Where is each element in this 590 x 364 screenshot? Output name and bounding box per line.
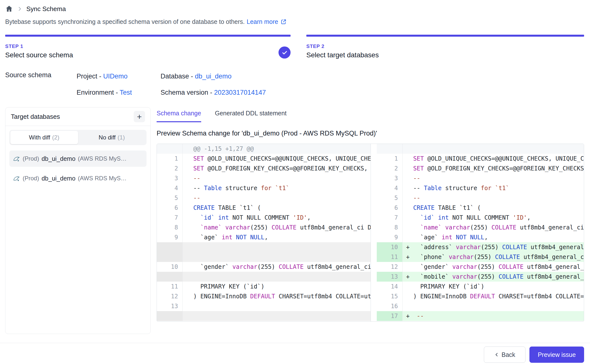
diff-line-number: 9 xyxy=(157,232,183,242)
generated-ddl-tab[interactable]: Generated DDL statement xyxy=(215,110,287,122)
step-1-complete-icon xyxy=(279,46,291,59)
diff-row: 3 -- xyxy=(377,173,584,183)
diff-code-line: -- xyxy=(183,193,371,203)
stepper: STEP 1 Select source schema STEP 2 Selec… xyxy=(5,35,584,59)
diff-code-line: `gender` varchar(255) COLLATE utf8mb4_ge… xyxy=(183,262,371,272)
project-field: Project - UIDemo xyxy=(77,71,161,81)
diff-row: 5 -- xyxy=(377,193,584,203)
back-button[interactable]: Back xyxy=(484,347,525,363)
db-name: db_ui_demo xyxy=(42,155,76,162)
diff-row: 4 -- Table structure for `t1` xyxy=(157,183,371,193)
step-2-progress-bar xyxy=(306,35,584,37)
diff-row xyxy=(157,272,371,282)
diff-line-number xyxy=(377,144,403,154)
diff-row: 11+ `phone` varchar(255) COLLATE utf8mb4… xyxy=(377,252,584,262)
diff-line-number xyxy=(157,252,183,262)
target-database-item[interactable]: (Prod) db_ui_demo (AWS RDS MyS… xyxy=(9,170,147,186)
no-diff-tab[interactable]: No diff (1) xyxy=(78,131,146,144)
diff-code-line: -- xyxy=(183,173,371,183)
diff-line-number: 6 xyxy=(377,203,403,213)
diff-row: 16 xyxy=(377,301,584,311)
database-field: Database - db_ui_demo xyxy=(161,71,266,81)
database-link[interactable]: db_ui_demo xyxy=(195,73,232,80)
diff-code-line xyxy=(183,242,371,252)
diff-code-line: `id` int NOT NULL COMMENT 'ID', xyxy=(403,213,584,223)
diff-code-line: + `phone` varchar(255) COLLATE utf8mb4_g… xyxy=(403,252,584,262)
add-target-database-button[interactable]: + xyxy=(134,111,145,122)
db-environment: (Prod) xyxy=(23,155,39,162)
diff-line-number: 8 xyxy=(157,223,183,232)
diff-code-line xyxy=(403,301,584,311)
footer-divider xyxy=(0,343,590,343)
schema-change-tab[interactable]: Schema change xyxy=(157,110,201,122)
diff-row: 6 CREATE TABLE `t1` ( xyxy=(377,203,584,213)
environment-link[interactable]: Test xyxy=(120,89,132,96)
diff-line-number: 3 xyxy=(377,173,403,183)
schema-version-field: Schema version - 20230317014147 xyxy=(161,88,266,97)
diff-row: 2 SET @OLD_FOREIGN_KEY_CHECKS=@@FOREIGN_… xyxy=(377,164,584,173)
diff-code-line: SET @OLD_FOREIGN_KEY_CHECKS=@@FOREIGN_KE… xyxy=(403,164,584,173)
diff-line-number: 12 xyxy=(377,262,403,272)
diff-line-number: 16 xyxy=(377,301,403,311)
diff-line-number: 4 xyxy=(377,183,403,193)
diff-code-line: PRIMARY KEY (`id`) xyxy=(183,282,371,291)
target-database-list: (Prod) db_ui_demo (AWS RDS MyS… (Prod) d… xyxy=(5,149,150,186)
diff-line-number: 9 xyxy=(377,232,403,242)
diff-code-line xyxy=(183,272,371,282)
step-1-label: STEP 1 xyxy=(5,44,291,49)
diff-code-line: `age` int NOT NULL, xyxy=(403,232,584,242)
preview-issue-button[interactable]: Preview issue xyxy=(529,347,584,363)
diff-code-line xyxy=(183,252,371,262)
target-databases-card: Target databases + With diff (2) No diff… xyxy=(5,107,151,334)
source-schema-label: Source schema xyxy=(5,71,77,97)
with-diff-tab[interactable]: With diff (2) xyxy=(10,131,78,144)
diff-line-number: 4 xyxy=(157,183,183,193)
page-description: Bytebase supports synchronizing a specif… xyxy=(5,18,584,25)
diff-line-number: 11 xyxy=(377,252,403,262)
diff-line-number: 2 xyxy=(377,164,403,173)
step-2-label: STEP 2 xyxy=(306,44,584,49)
diff-line-number: 5 xyxy=(377,193,403,203)
diff-line-number: 8 xyxy=(377,223,403,232)
diff-left-pane[interactable]: @@ -1,15 +1,27 @@1 SET @OLD_UNIQUE_CHECK… xyxy=(157,144,371,321)
step-2: STEP 2 Select target databases xyxy=(306,35,584,59)
mysql-icon xyxy=(13,155,20,162)
diff-line-number: 7 xyxy=(157,213,183,223)
diff-line-number: 14 xyxy=(377,282,403,291)
diff-code-line: @@ -1,15 +1,27 @@ xyxy=(183,144,371,154)
diff-line-number: 12 xyxy=(157,291,183,301)
chevron-right-icon xyxy=(17,6,22,12)
diff-code-line: `name` varchar(255) COLLATE utf8mb4_gene… xyxy=(183,223,371,232)
schema-version-link[interactable]: 20230317014147 xyxy=(214,89,266,96)
no-diff-count: (1) xyxy=(118,134,125,141)
breadcrumb: Sync Schema xyxy=(5,3,584,14)
diff-line-number xyxy=(157,144,183,154)
diff-line-number: 13 xyxy=(377,272,403,282)
diff-row: 3 -- xyxy=(157,173,371,183)
diff-row: 1 SET @OLD_UNIQUE_CHECKS=@@UNIQUE_CHECKS… xyxy=(157,154,371,164)
diff-code-line: `id` int NOT NULL COMMENT 'ID', xyxy=(183,213,371,223)
diff-code-line: ) ENGINE=InnoDB DEFAULT CHARSET=utf8mb4 … xyxy=(403,291,584,301)
diff-line-number: 1 xyxy=(377,154,403,164)
target-databases-title: Target databases xyxy=(11,113,60,121)
diff-row: 13 xyxy=(157,301,371,311)
db-name: db_ui_demo xyxy=(42,175,76,182)
diff-row: 1 SET @OLD_UNIQUE_CHECKS=@@UNIQUE_CHECKS… xyxy=(377,154,584,164)
diff-code-line: ) ENGINE=InnoDB DEFAULT CHARSET=utf8mb4 … xyxy=(183,291,371,301)
page-title: Sync Schema xyxy=(26,5,66,13)
diff-row: 12 ) ENGINE=InnoDB DEFAULT CHARSET=utf8m… xyxy=(157,291,371,301)
diff-viewer: @@ -1,15 +1,27 @@1 SET @OLD_UNIQUE_CHECK… xyxy=(157,144,584,322)
diff-line-number xyxy=(157,311,183,321)
sync-schema-page: Sync Schema Bytebase supports synchroniz… xyxy=(0,3,590,364)
diff-preview-section: Schema change Generated DDL statement Pr… xyxy=(157,107,584,322)
diff-line-number xyxy=(157,242,183,252)
db-instance-suffix: (AWS RDS MyS… xyxy=(78,175,127,182)
diff-right-pane[interactable]: 1 SET @OLD_UNIQUE_CHECKS=@@UNIQUE_CHECKS… xyxy=(377,144,584,321)
learn-more-link[interactable]: Learn more xyxy=(247,18,287,25)
diff-row: 13+ `mobile` varchar(255) COLLATE utf8mb… xyxy=(377,272,584,282)
home-icon[interactable] xyxy=(5,5,13,13)
target-database-item[interactable]: (Prod) db_ui_demo (AWS RDS MyS… xyxy=(9,151,147,167)
check-icon xyxy=(281,49,288,56)
diff-code-line xyxy=(183,301,371,311)
project-link[interactable]: UIDemo xyxy=(103,73,128,80)
